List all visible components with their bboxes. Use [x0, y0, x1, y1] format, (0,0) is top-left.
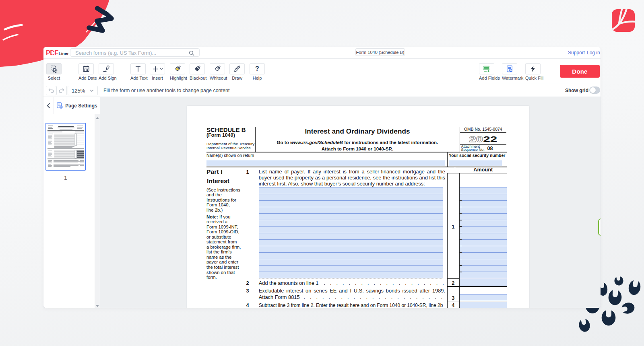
whiteout-button[interactable]: Whiteout	[210, 63, 225, 80]
line3-box-number: 3	[447, 295, 459, 301]
form-rule	[447, 173, 507, 173]
text-line: a brokerage firm,	[206, 245, 258, 250]
sidebar-scrollbar[interactable]	[95, 114, 100, 308]
insert-button[interactable]: Insert	[150, 63, 165, 80]
pdfliner-logo[interactable]: PDFLiner	[46, 49, 68, 57]
watermark-icon	[506, 65, 514, 73]
line2-number: 2	[246, 280, 249, 286]
toggle-knob	[590, 87, 596, 93]
select-icon	[50, 65, 58, 73]
line3-number: 3	[246, 288, 249, 294]
text-line: Instructions for	[206, 198, 257, 203]
ssn-input-field[interactable]	[449, 160, 502, 167]
toolbar: Select Add Date Add Sign Add Text Insert…	[43, 59, 601, 84]
page-thumbnail[interactable]	[45, 123, 86, 171]
search-input[interactable]: Search forms (e.g. US Tax Form)...	[70, 48, 200, 57]
field-row-separator	[259, 272, 443, 272]
text-line: shown on that	[206, 270, 258, 275]
text-line: or substitute	[206, 235, 258, 240]
name-input-field[interactable]	[206, 160, 445, 167]
line2-amount-field[interactable]	[460, 279, 507, 286]
calendar-icon	[82, 65, 90, 73]
highlight-button[interactable]: Highlight	[170, 63, 185, 80]
scroll-up-icon[interactable]	[96, 117, 99, 119]
document-tab-label: Form 1040 (Schedule B)	[356, 50, 405, 55]
watermark-button[interactable]: Watermark	[502, 63, 517, 80]
field-row-separator	[460, 239, 507, 240]
help-button[interactable]: ? Help	[250, 63, 265, 80]
form-year: 2022	[448, 134, 518, 144]
add-text-button[interactable]: Add Text	[130, 63, 146, 80]
show-grid-toggle[interactable]	[589, 86, 600, 94]
line3-dot-leader: . . . . . . . . . . . . . . . . . . . . …	[304, 294, 445, 300]
line4-box-number: 4	[447, 302, 459, 308]
add-text-label: Add Text	[130, 76, 146, 80]
field-row-separator	[460, 252, 507, 253]
text-icon	[134, 65, 142, 73]
document-tab[interactable]: Form 1040 (Schedule B)	[355, 48, 405, 56]
text-line: buyer used the property as a personal re…	[259, 175, 445, 181]
text-line: form.	[206, 275, 258, 280]
form-goto-line: Go to www.irs.gov/ScheduleB for instruct…	[255, 140, 460, 145]
whiteout-brush-icon	[213, 65, 221, 73]
field-row-separator	[259, 259, 443, 259]
form-dept1: Department of the Treasury	[206, 142, 254, 146]
zoom-select[interactable]: 125%	[68, 86, 98, 95]
pdf-icon	[609, 8, 637, 32]
hint-text: Fill the form or use another tools to ch…	[103, 88, 229, 93]
form-rule	[447, 152, 448, 167]
done-button[interactable]: Done	[560, 65, 600, 78]
line1-number: 1	[246, 169, 249, 175]
undo-button[interactable]	[46, 86, 56, 95]
blackout-button[interactable]: Blackout	[190, 63, 205, 80]
form-dept2: Internal Revenue Service	[206, 146, 251, 150]
line1-amount-fields[interactable]	[460, 187, 507, 279]
watermark-label: Watermark	[502, 76, 517, 80]
add-fields-button[interactable]: Add Fields	[479, 63, 494, 80]
quick-fill-button[interactable]: Quick Fill	[525, 63, 541, 80]
status-bar: 125% Fill the form or use another tools …	[43, 84, 601, 97]
text-line: (See instructions	[206, 187, 257, 193]
scroll-down-icon[interactable]	[96, 305, 99, 307]
text-line: Form 1099-INT,	[206, 224, 258, 230]
question-mark-icon: ?	[255, 65, 259, 72]
page-settings-button[interactable]: Page Settings	[54, 97, 100, 114]
login-link[interactable]: Log in	[587, 50, 600, 56]
ssn-label: Your social security number	[449, 153, 505, 158]
line3-text2: Attach Form 8815	[259, 294, 300, 300]
form-1040-label: (Form 1040)	[206, 132, 235, 138]
pdf-page: SCHEDULE B (Form 1040) Department of the…	[187, 106, 529, 308]
add-date-button[interactable]: Add Date	[78, 63, 94, 80]
field-row-separator	[460, 207, 507, 207]
collapse-sidebar-button[interactable]	[43, 97, 54, 114]
field-row-separator	[259, 239, 443, 240]
draw-button[interactable]: Draw	[229, 63, 245, 80]
feedback-widget[interactable]	[598, 218, 601, 236]
line1-payer-fields[interactable]	[259, 187, 443, 279]
sidebar-header: Page Settings	[43, 97, 100, 114]
support-link[interactable]: Support	[568, 50, 585, 56]
form-rule	[447, 294, 459, 294]
part1-note-lines: received aForm 1099-INT,Form 1099-OID,or…	[206, 219, 258, 280]
logo-liner-text: Liner	[59, 51, 69, 56]
redo-button[interactable]	[56, 86, 67, 95]
form-rule	[447, 278, 459, 279]
text-line: line 2b.)	[206, 208, 257, 213]
select-tool-button[interactable]: Select	[46, 63, 62, 80]
form-title: Interest and Ordinary Dividends	[255, 128, 460, 136]
help-label: Help	[250, 76, 265, 80]
line1-text: List name of payer. If any interest is f…	[259, 169, 445, 187]
field-row-separator	[460, 246, 507, 246]
line4-text: Subtract line 3 from line 2. Enter the r…	[259, 302, 443, 308]
text-line: list the firm’s	[206, 249, 258, 255]
line3-amount-field[interactable]	[460, 294, 507, 301]
page-settings-icon	[56, 102, 63, 109]
search-icon[interactable]	[189, 50, 194, 56]
add-sign-button[interactable]: Add Sign	[99, 63, 114, 80]
line4-amount-field[interactable]	[460, 302, 507, 308]
form-rule	[455, 167, 455, 173]
paintbrush-icon	[233, 65, 241, 73]
zoom-value: 125%	[72, 88, 85, 94]
line4-number: 4	[246, 302, 249, 308]
page: PDFLiner Search forms (e.g. US Tax Form)…	[0, 0, 644, 346]
